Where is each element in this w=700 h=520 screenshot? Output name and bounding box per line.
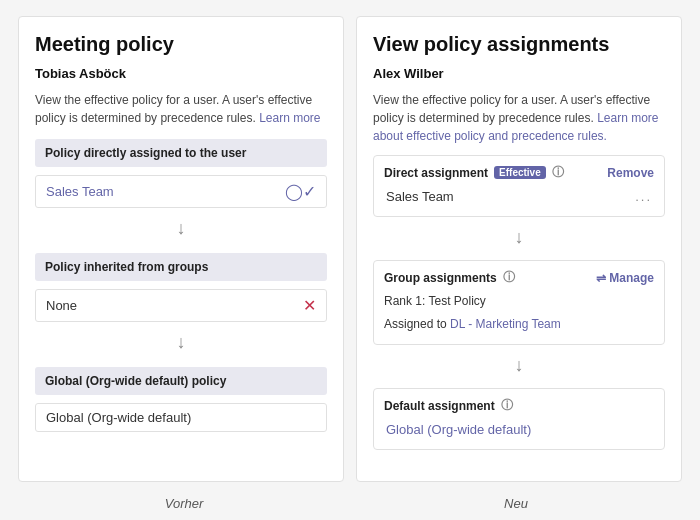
right-caption-container: Neu [350, 494, 682, 512]
left-caption-container: Vorher [18, 494, 350, 512]
right-group-header-left: Group assignments ⓘ [384, 269, 515, 286]
right-group-assigned-row: Assigned to DL - Marketing Team [384, 313, 654, 336]
right-group-assigned-label: Assigned to [384, 317, 447, 331]
left-panel-subtitle: Tobias Asböck [35, 66, 327, 81]
left-direct-header: Policy directly assigned to the user [35, 139, 327, 167]
left-learn-more-link[interactable]: Learn more [259, 111, 320, 125]
direct-info-icon[interactable]: ⓘ [552, 164, 564, 181]
right-direct-section: Direct assignment Effective ⓘ Remove Sal… [373, 155, 665, 217]
left-group-value: None [46, 298, 77, 313]
right-caption: Neu [504, 496, 528, 511]
left-group-header: Policy inherited from groups [35, 253, 327, 281]
right-group-section: Group assignments ⓘ ⇌ Manage Rank 1: Tes… [373, 260, 665, 345]
left-global-value: Global (Org-wide default) [46, 410, 191, 425]
left-group-value-row: None ✕ [35, 289, 327, 322]
right-group-rank-row: Rank 1: Test Policy [384, 290, 654, 313]
left-global-header: Global (Org-wide default) policy [35, 367, 327, 395]
right-direct-value-row: Sales Team ... [384, 185, 654, 208]
right-group-label: Group assignments [384, 271, 497, 285]
right-default-section: Default assignment ⓘ Global (Org-wide de… [373, 388, 665, 450]
right-group-rank: Rank 1: Test Policy [384, 294, 486, 308]
manage-link[interactable]: ⇌ Manage [596, 271, 654, 285]
manage-icon: ⇌ [596, 271, 606, 285]
right-default-value: Global (Org-wide default) [384, 418, 654, 441]
group-link[interactable]: DL - Marketing Team [450, 317, 561, 331]
right-arrow-down-2: ↓ [373, 355, 665, 376]
left-direct-value-row: Sales Team ◯✓ [35, 175, 327, 208]
right-direct-dots: ... [635, 189, 652, 204]
left-panel: Meeting policy Tobias Asböck View the ef… [18, 16, 344, 482]
left-direct-value: Sales Team [46, 184, 114, 199]
right-direct-header-row: Direct assignment Effective ⓘ Remove [384, 164, 654, 181]
captions-row: Vorher Neu [0, 490, 700, 520]
right-default-header-row: Default assignment ⓘ [384, 397, 654, 414]
left-global-value-row: Global (Org-wide default) [35, 403, 327, 432]
left-caption: Vorher [165, 496, 204, 511]
right-default-label: Default assignment [384, 399, 495, 413]
group-info-icon[interactable]: ⓘ [503, 269, 515, 286]
right-direct-label: Direct assignment [384, 166, 488, 180]
effective-badge: Effective [494, 166, 546, 179]
right-panel-subtitle: Alex Wilber [373, 66, 665, 81]
default-info-icon[interactable]: ⓘ [501, 397, 513, 414]
arrow-down-1: ↓ [35, 218, 327, 239]
check-circle-icon: ◯✓ [285, 182, 316, 201]
arrow-down-2: ↓ [35, 332, 327, 353]
remove-link[interactable]: Remove [607, 166, 654, 180]
right-direct-value: Sales Team [386, 189, 454, 204]
left-panel-description: View the effective policy for a user. A … [35, 91, 327, 127]
right-arrow-down-1: ↓ [373, 227, 665, 248]
right-panel-description: View the effective policy for a user. A … [373, 91, 665, 145]
right-panel: View policy assignments Alex Wilber View… [356, 16, 682, 482]
manage-label: Manage [609, 271, 654, 285]
right-default-header-left: Default assignment ⓘ [384, 397, 513, 414]
right-direct-header-left: Direct assignment Effective ⓘ [384, 164, 564, 181]
right-panel-title: View policy assignments [373, 33, 665, 56]
left-panel-title: Meeting policy [35, 33, 327, 56]
right-group-header-row: Group assignments ⓘ ⇌ Manage [384, 269, 654, 286]
x-icon: ✕ [303, 296, 316, 315]
